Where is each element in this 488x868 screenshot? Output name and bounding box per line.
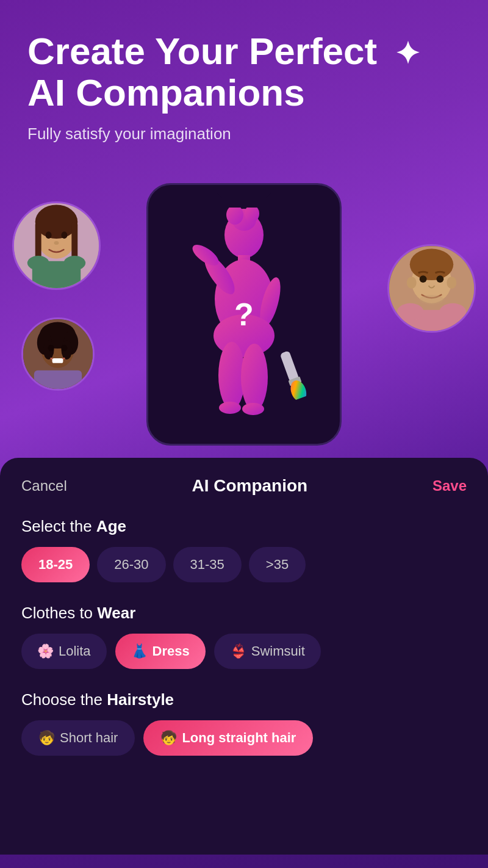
clothes-option-dress[interactable]: 👗 Dress [115, 634, 206, 669]
phone-content: ? [148, 185, 340, 444]
hero-title: Create Your Perfect ✦ AI Companions [27, 31, 461, 114]
svg-point-18 [48, 345, 54, 352]
svg-point-35 [242, 403, 264, 415]
panel-header: Cancel AI Companion Save [21, 476, 467, 496]
age-option-18-25[interactable]: 18-25 [21, 547, 90, 582]
clothes-option-swimsuit[interactable]: 👙 Swimsuit [214, 634, 321, 669]
cancel-button[interactable]: Cancel [21, 477, 67, 494]
svg-point-43 [447, 277, 456, 289]
long-straight-hair-label: Long straight hair [182, 730, 296, 746]
hair-options-row: 🧒 Short hair 🧒 Long straight hair [21, 720, 467, 756]
age-label-bold: Age [96, 517, 126, 535]
clothes-section-label: Clothes to Wear [21, 604, 467, 623]
clothes-label-bold: Wear [97, 604, 135, 622]
svg-point-5 [46, 231, 52, 239]
age-section: Select the Age 18-25 26-30 31-35 >35 [21, 517, 467, 582]
hero-subtitle: Fully satisfy your imagination [27, 125, 461, 143]
svg-point-34 [219, 402, 241, 414]
panel-title: AI Companion [192, 476, 307, 496]
svg-point-46 [420, 295, 444, 305]
short-hair-label: Short hair [60, 730, 118, 746]
dress-emoji: 👗 [131, 643, 148, 659]
hair-section-label: Choose the Hairstyle [21, 690, 467, 709]
age-option-35plus[interactable]: >35 [249, 547, 306, 582]
swimsuit-label: Swimsuit [251, 643, 305, 659]
age-option-31-35[interactable]: 31-35 [173, 547, 242, 582]
age-options-row: 18-25 26-30 31-35 >35 [21, 547, 467, 582]
save-button[interactable]: Save [432, 477, 467, 494]
clothes-option-lolita[interactable]: 🌸 Lolita [21, 634, 107, 669]
svg-point-19 [61, 345, 67, 352]
svg-point-42 [407, 277, 417, 289]
long-straight-hair-emoji: 🧒 [160, 730, 177, 746]
clothes-section: Clothes to Wear 🌸 Lolita 👗 Dress 👙 Swims… [21, 604, 467, 669]
svg-point-6 [61, 231, 67, 239]
clothes-options-row: 🌸 Lolita 👗 Dress 👙 Swimsuit [21, 634, 467, 669]
phone-notch [217, 185, 271, 198]
svg-point-10 [63, 256, 85, 270]
hair-label-plain: Choose the [21, 690, 107, 709]
question-mark: ? [234, 296, 254, 333]
age-section-label: Select the Age [21, 517, 467, 536]
svg-point-48 [397, 303, 424, 320]
svg-point-7 [54, 241, 59, 245]
svg-point-44 [420, 275, 427, 283]
svg-point-33 [241, 344, 268, 411]
clothes-label-plain: Clothes to [21, 604, 97, 622]
svg-point-45 [436, 275, 443, 283]
lolita-label: Lolita [59, 643, 91, 659]
svg-rect-20 [52, 358, 63, 363]
hero-section: Create Your Perfect ✦ AI Companions Full… [0, 0, 488, 183]
dress-label: Dress [152, 643, 190, 659]
avatar-middle-left [21, 317, 95, 391]
bottom-panel: Cancel AI Companion Save Select the Age … [0, 458, 488, 855]
svg-point-41 [410, 248, 453, 280]
age-label-plain: Select the [21, 517, 96, 535]
svg-point-49 [439, 303, 466, 320]
sparkle-icon: ✦ [395, 37, 420, 71]
swimsuit-emoji: 👙 [230, 643, 246, 659]
avatar-top-left [12, 201, 101, 290]
svg-rect-21 [34, 371, 82, 389]
lolita-emoji: 🌸 [37, 643, 54, 659]
hair-option-long-straight[interactable]: 🧒 Long straight hair [143, 720, 313, 756]
hair-label-bold: Hairstyle [107, 690, 174, 709]
age-option-26-30[interactable]: 26-30 [97, 547, 165, 582]
svg-point-2 [35, 204, 78, 239]
phone-area: ? [0, 183, 488, 458]
svg-point-9 [27, 256, 49, 270]
short-hair-emoji: 🧒 [38, 730, 55, 746]
phone-mockup: ? [146, 183, 342, 446]
hair-option-short[interactable]: 🧒 Short hair [21, 720, 135, 756]
hair-section: Choose the Hairstyle 🧒 Short hair 🧒 Long… [21, 690, 467, 756]
hero-title-line1: Create Your Perfect [27, 30, 377, 72]
avatar-middle-right [387, 244, 476, 333]
hero-title-line2: AI Companions [27, 71, 305, 114]
